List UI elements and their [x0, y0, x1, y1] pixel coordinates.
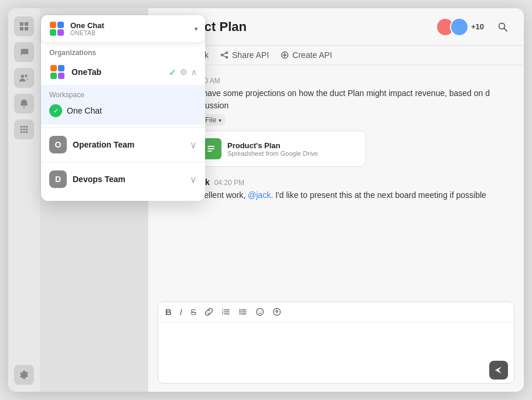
header-actions: +10	[436, 18, 512, 36]
create-api-button[interactable]: Create API	[281, 50, 332, 60]
svg-point-40	[258, 310, 259, 312]
message-time: 04:20 PM	[214, 179, 244, 187]
svg-rect-2	[20, 27, 23, 30]
share-api-button[interactable]: Share API	[220, 50, 269, 60]
devops-team-badge: D	[49, 170, 67, 188]
italic-button[interactable]: I	[180, 307, 182, 317]
sidebar-grid-btn[interactable]	[14, 119, 34, 139]
message-header: 04:10 AM	[190, 77, 510, 85]
svg-rect-1	[25, 22, 28, 26]
attachment-name: Product's Plan	[227, 141, 356, 150]
workspace-trigger-info: One Chat ONETAB	[70, 21, 104, 36]
message-row: 04:10 AM y, I have some projections on h…	[162, 77, 510, 167]
onetab-name: OneTab	[71, 67, 163, 77]
svg-line-22	[223, 56, 226, 57]
svg-point-10	[23, 128, 25, 131]
workspace-label: Workspace	[41, 88, 205, 100]
sidebar-panels-btn[interactable]	[14, 16, 34, 36]
workspace-trigger-name: One Chat	[70, 21, 104, 30]
divider-1	[41, 127, 205, 128]
share-api-label: Share API	[232, 50, 269, 60]
devops-team-expand-icon: ∨	[190, 174, 197, 185]
chevron-down-icon: ▾	[195, 25, 198, 33]
svg-rect-51	[57, 22, 64, 28]
workspace-trigger[interactable]: One Chat ONETAB ▾	[41, 15, 205, 42]
operation-team-badge: O	[49, 136, 67, 153]
attachment-card[interactable]: Product's Plan Spreadsheet from Google D…	[190, 131, 366, 167]
workspace-section: Workspace ✓ One Chat	[41, 85, 205, 125]
svg-point-12	[21, 131, 23, 134]
avatar-stack[interactable]: +10	[436, 18, 484, 36]
svg-point-14	[26, 131, 28, 134]
svg-rect-45	[50, 65, 57, 71]
attachment-sub: Spreadsheet from Google Drive	[227, 150, 356, 157]
workspace-name: One Chat	[67, 106, 102, 115]
svg-rect-50	[50, 22, 56, 28]
bold-button[interactable]: B	[165, 307, 172, 317]
file-dropdown-arrow: ▾	[219, 117, 221, 124]
gear-icon[interactable]: ⚙	[180, 67, 187, 77]
divider-2	[41, 162, 205, 162]
check-icon: ✓	[169, 67, 176, 78]
operation-team-name: Operation Team	[73, 140, 184, 149]
sidebar-bell-btn[interactable]	[14, 94, 34, 114]
emoji-button[interactable]	[255, 307, 264, 316]
devops-team-item[interactable]: D Devops Team ∨	[41, 165, 205, 194]
svg-point-19	[226, 52, 228, 54]
collapse-icon[interactable]: ∧	[191, 67, 197, 77]
svg-rect-47	[50, 73, 57, 79]
message-content: Mark 04:20 PM Excellent work, @jack. I'd…	[190, 177, 510, 201]
svg-point-11	[26, 128, 28, 131]
operation-team-item[interactable]: O Operation Team ∨	[41, 130, 205, 159]
search-button[interactable]	[493, 18, 512, 36]
upload-button[interactable]	[272, 307, 281, 316]
svg-point-5	[25, 74, 28, 77]
svg-point-8	[26, 126, 28, 128]
avatar-group	[436, 18, 469, 36]
message-input[interactable]	[158, 322, 514, 357]
workspace-trigger-logo	[48, 20, 66, 37]
svg-point-39	[257, 309, 264, 316]
svg-point-20	[226, 57, 228, 59]
svg-point-34	[239, 311, 240, 312]
organizations-label: Organizations	[41, 45, 205, 59]
sidebar-users-btn[interactable]	[14, 68, 34, 88]
message-composer: B I S 1 2 3	[158, 302, 514, 384]
message-text: y, I have some projections on how the du…	[190, 87, 510, 112]
onetab-org-item[interactable]: OneTab ✓ ⚙ ∧	[41, 59, 205, 85]
workspace-check-icon: ✓	[49, 104, 62, 117]
operation-team-expand-icon: ∨	[190, 139, 197, 151]
message-content: 04:10 AM y, I have some projections on h…	[190, 77, 510, 167]
svg-rect-46	[58, 65, 64, 71]
svg-point-35	[239, 313, 240, 314]
sidebar-chat-btn[interactable]	[14, 42, 34, 62]
svg-text:3: 3	[222, 312, 224, 315]
file-label: File	[205, 116, 216, 124]
svg-point-41	[261, 310, 262, 312]
onetab-actions: ✓ ⚙ ∧	[169, 67, 197, 78]
sidebar-icon-rail	[8, 8, 40, 392]
devops-team-name: Devops Team	[73, 175, 184, 184]
svg-rect-0	[20, 22, 23, 26]
svg-point-4	[21, 75, 24, 78]
message-row: M Mark 04:20 PM Excellent work, @jack. I…	[162, 177, 510, 201]
create-api-label: Create API	[292, 50, 332, 60]
one-chat-workspace-item[interactable]: ✓ One Chat	[41, 100, 205, 121]
link-button[interactable]	[204, 307, 213, 316]
workspace-dropdown: Organizations OneTab ✓ ⚙ ∧ Wo	[41, 15, 205, 201]
svg-point-13	[23, 131, 25, 134]
attachment-info: Product's Plan Spreadsheet from Google D…	[227, 141, 356, 157]
svg-point-33	[239, 309, 240, 310]
svg-point-9	[21, 128, 23, 131]
message-text: Excellent work, @jack. I'd like to prese…	[190, 189, 510, 201]
send-button[interactable]	[489, 361, 508, 380]
svg-line-17	[504, 28, 507, 31]
svg-line-21	[223, 53, 226, 54]
ordered-list-button[interactable]: 1 2 3	[221, 307, 230, 316]
unordered-list-button[interactable]	[238, 307, 247, 316]
onetab-logo	[49, 64, 66, 80]
svg-rect-52	[50, 29, 56, 36]
strikethrough-button[interactable]: S	[190, 307, 196, 317]
sidebar-settings-btn[interactable]	[14, 365, 34, 385]
composer-footer	[158, 357, 514, 383]
